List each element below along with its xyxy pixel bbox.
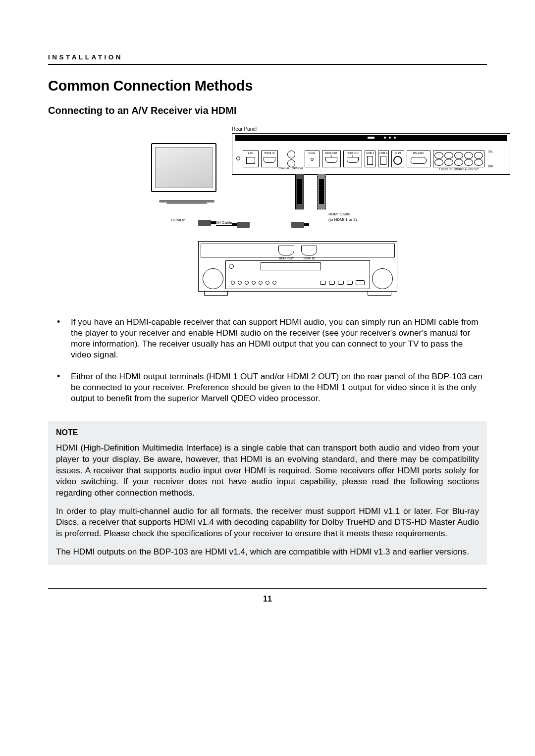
note-box: NOTE HDMI (High-Definition Multimedia In… [48, 421, 487, 565]
page-footer: 11 [48, 588, 487, 604]
port-hdmi-out-2: HDMI OUT2 [322, 151, 340, 157]
av-receiver: HDMI OUT HDMI IN [198, 241, 397, 292]
receiver-foot-left [204, 291, 228, 296]
receiver-hdmi-out-label: HDMI OUT [276, 257, 297, 260]
port-optical: OPTICAL [291, 167, 304, 170]
tv [151, 143, 216, 192]
port-usb-1: USB 1 [365, 151, 375, 154]
rear-panel-label: Rear Panel [232, 126, 257, 132]
note-paragraph: HDMI (High-Definition Multimedia Interfa… [56, 442, 479, 499]
hdmi-cable-vertical-1 [295, 174, 304, 209]
note-title: NOTE [56, 428, 479, 437]
instruction-item: If you have an HDMI-capable receiver tha… [54, 316, 483, 360]
page-content: INSTALLATION Common Connection Methods C… [48, 53, 487, 565]
header-rule [48, 64, 487, 65]
running-header: INSTALLATION [48, 53, 487, 61]
page-number: 11 [48, 595, 487, 604]
hdmi-plug-tv [198, 220, 211, 226]
receiver-knob-left [203, 268, 223, 289]
hdmi-cable-a-label: HDMI Cable [211, 220, 232, 225]
connection-diagram: Rear Panel LAN HDMI IN COAXIAL OPTICAL [48, 128, 487, 297]
audio-caption: 7.1CH/5.1CH/STEREO AUDIO OUT [433, 168, 484, 171]
port-rs232: RS-232C [407, 151, 430, 154]
hdmi-cable-b-label-2: (to HDMI 1 or 2) [328, 217, 357, 222]
audio-sbl-label: SBL [488, 150, 493, 153]
port-usb-2: USB 2 [378, 151, 388, 154]
instruction-item: Either of the HDMI output terminals (HDM… [54, 371, 483, 403]
audio-sbr-label: SBR [488, 165, 493, 168]
note-paragraph: The HDMI outputs on the BDP-103 are HDMI… [56, 546, 479, 557]
page-subtitle: Connecting to an A/V Receiver via HDMI [48, 105, 487, 116]
receiver-foot-right [368, 291, 391, 296]
tv-stand [166, 191, 208, 204]
port-hdmi-in: HDMI IN [262, 151, 277, 154]
hdmi-plug-receiver-in [291, 222, 304, 228]
port-hdmi-out-1: HDMI OUT1 [344, 151, 362, 157]
receiver-hdmi-in-label: HDMI IN [299, 257, 320, 260]
receiver-knob-right [372, 268, 393, 289]
hdmi-cable-b-label-1: HDMI Cable [328, 212, 350, 216]
note-paragraph: In order to play multi-channel audio for… [56, 505, 479, 539]
port-diag: DIAG. [305, 151, 319, 154]
page-title: Common Connection Methods [48, 78, 487, 94]
hdmi-cable-vertical-2 [317, 174, 326, 209]
hdmi-plug-receiver-out [237, 222, 250, 228]
port-coaxial: COAXIAL [277, 167, 290, 170]
port-lan: LAN [243, 151, 258, 154]
tv-hdmi-in-label: HDMI In [171, 218, 185, 222]
port-ir: IR IN [392, 151, 404, 154]
instruction-list: If you have an HDMI-capable receiver tha… [48, 316, 487, 403]
rear-panel: LAN HDMI IN COAXIAL OPTICAL DIAG. HDMI O… [232, 133, 510, 175]
audio-out-block: SBL SBR 7.1CH/5.1CH/STEREO AUDIO OUT [433, 151, 484, 167]
